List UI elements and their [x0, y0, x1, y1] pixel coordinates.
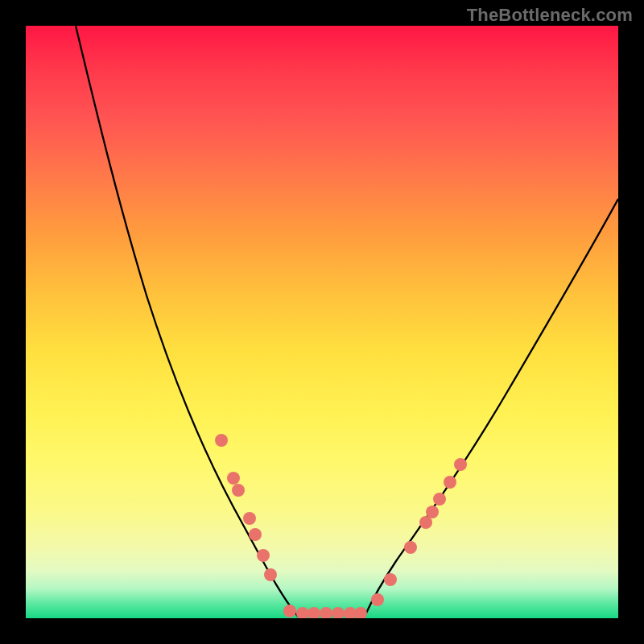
- data-dot: [433, 493, 446, 506]
- dot-layer: [215, 434, 467, 618]
- data-dot: [283, 605, 296, 617]
- data-dot: [257, 549, 270, 562]
- brand-label: TheBottleneck.com: [467, 5, 633, 26]
- data-dot: [215, 434, 228, 447]
- chart-svg: [26, 26, 618, 618]
- data-dot: [426, 506, 439, 518]
- data-dot: [454, 458, 467, 471]
- data-dot: [444, 476, 456, 489]
- data-dot: [308, 607, 320, 618]
- data-dot: [332, 607, 345, 618]
- data-dot: [384, 573, 397, 586]
- chart-frame: TheBottleneck.com: [0, 0, 644, 644]
- left-curve: [76, 26, 299, 618]
- plot-area: [26, 26, 618, 618]
- data-dot: [249, 528, 262, 541]
- data-dot: [232, 484, 245, 497]
- data-dot: [354, 607, 367, 618]
- data-dot: [371, 593, 384, 606]
- data-dot: [227, 472, 240, 485]
- data-dot: [404, 541, 417, 554]
- right-curve: [364, 199, 618, 618]
- data-dot: [264, 568, 277, 581]
- data-dot: [296, 607, 309, 618]
- data-dot: [243, 512, 256, 525]
- data-dot: [320, 607, 332, 618]
